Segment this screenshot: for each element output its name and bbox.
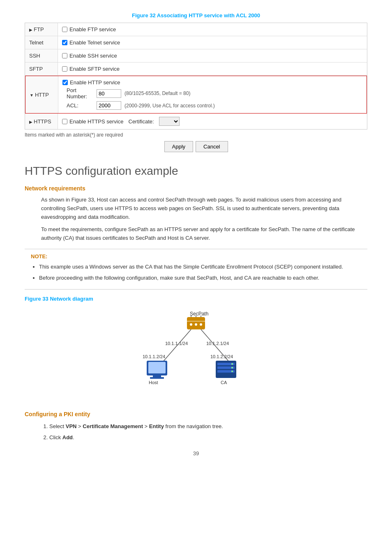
ca-led2 [231,367,233,368]
secpath-label: SecPath [190,311,208,317]
http-content: Enable HTTP service Port Number: (80/102… [58,76,367,113]
link1-label: 10.1.1.1/24 [165,341,188,346]
note-list: This example uses a Windows server as th… [31,263,361,283]
https-cert-label: Certificate: [129,118,154,125]
ssh-checkbox-label[interactable]: Enable SSH service [62,53,363,59]
pki-section-heading: Configuring a PKI entity [25,411,367,417]
http-acl-hint: (2000-2999, Use ACL for access control.) [125,103,215,109]
items-note: Items marked with an asterisk(*) are req… [25,132,367,138]
ftp-content: Enable FTP service [58,23,367,36]
http-name: HTTP [25,76,58,113]
pki-step1-entity: Entity [149,423,164,429]
sftp-name: SFTP [25,63,58,75]
ftp-arrow-icon [29,26,34,32]
link2-label: 10.1.2.1/24 [206,341,229,346]
pki-step1-vpn: VPN [66,423,77,429]
pki-step1-certmgmt: Certificate Management [83,423,143,429]
pki-steps-list: Select VPN > Certificate Management > En… [49,422,367,443]
buttons-row: Apply Cancel [25,141,367,152]
router-led1 [190,323,192,326]
telnet-content: Enable Telnet service [58,36,367,49]
https-name: HTTPS [25,114,58,129]
https-content: Enable HTTPS service Certificate: [58,114,367,129]
note-item-2: Before proceeding with the following con… [39,274,361,283]
ftp-checkbox-label[interactable]: Enable FTP service [62,26,363,32]
service-table: FTP Enable FTP service Telnet Enable Tel… [25,23,367,130]
note-box: NOTE: This example uses a Windows server… [25,249,367,290]
https-checkbox[interactable] [62,119,67,124]
https-arrow-icon [29,118,34,125]
host-label: Host [149,380,158,385]
ssh-name: SSH [25,49,58,62]
https-section-title: HTTPS configuration example [25,165,367,178]
pki-step2: Click Add. [49,433,367,442]
pki-step2-add: Add [62,434,73,440]
note-title: NOTE: [31,253,361,260]
http-checkbox[interactable] [62,80,68,85]
http-acl-label: ACL: [67,102,93,109]
http-arrow-icon [30,92,35,98]
page-number: 39 [25,450,367,457]
link4-label: 10.1.2.2/24 [210,354,233,359]
router-led3 [200,323,202,326]
network-diagram-svg: SecPath 10.1.1.1/24 10.1.2.1/24 Host 10.… [130,308,262,399]
sftp-checkbox[interactable] [62,66,67,72]
https-row: HTTPS Enable HTTPS service Certificate: [25,114,367,129]
host-base [150,377,164,379]
apply-button[interactable]: Apply [164,141,194,152]
ssh-row: SSH Enable SSH service [25,49,367,63]
http-port-label: Port Number: [67,87,93,100]
sftp-row: SFTP Enable SFTP service [25,63,367,76]
link3-label: 10.1.1.2/24 [143,354,165,359]
ca-led3 [231,371,233,372]
http-acl-input[interactable] [97,101,121,110]
https-cert-select[interactable] [159,117,180,126]
ftp-checkbox[interactable] [62,27,67,32]
https-inline-row: Enable HTTPS service Certificate: [62,117,363,126]
http-acl-row: ACL: (2000-2999, Use ACL for access cont… [67,101,362,110]
ftp-row: FTP Enable FTP service [25,23,367,36]
telnet-checkbox-label[interactable]: Enable Telnet service [62,39,363,46]
ca-label: CA [221,380,227,385]
note-item-1: This example uses a Windows server as th… [39,263,361,271]
http-port-input[interactable] [97,89,121,98]
telnet-checkbox[interactable] [62,40,67,45]
sftp-content: Enable SFTP service [58,63,367,75]
pki-step1: Select VPN > Certificate Management > En… [49,422,367,431]
https-checkbox-label[interactable]: Enable HTTPS service [62,118,124,125]
http-checkbox-label[interactable]: Enable HTTP service [62,79,362,86]
http-row-highlighted: HTTP Enable HTTP service Port Number: (8… [25,76,367,114]
http-port-row: Port Number: (80/1025-65535, Default = 8… [67,87,362,100]
cancel-button[interactable]: Cancel [196,141,228,152]
sftp-checkbox-label[interactable]: Enable SFTP service [62,66,363,72]
telnet-row: Telnet Enable Telnet service [25,36,367,49]
network-diagram: SecPath 10.1.1.1/24 10.1.2.1/24 Host 10.… [25,308,367,399]
network-req-para2: To meet the requirements, configure SecP… [41,225,363,243]
host-screen [148,362,166,373]
ca-led1 [231,363,233,365]
ftp-name: FTP [25,23,58,36]
http-row: HTTP Enable HTTP service Port Number: (8… [25,76,367,113]
ssh-checkbox[interactable] [62,53,67,58]
network-req-heading: Network requirements [25,185,367,192]
telnet-name: Telnet [25,36,58,49]
ssh-content: Enable SSH service [58,49,367,62]
http-port-hint: (80/1025-65535, Default = 80) [125,90,190,96]
figure33-title: Figure 33 Network diagram [25,296,367,302]
figure32-title: Figure 32 Associating HTTP service with … [25,12,367,19]
network-req-para1: As shown in Figure 33, Host can access a… [41,196,363,221]
router-led2 [195,323,197,326]
